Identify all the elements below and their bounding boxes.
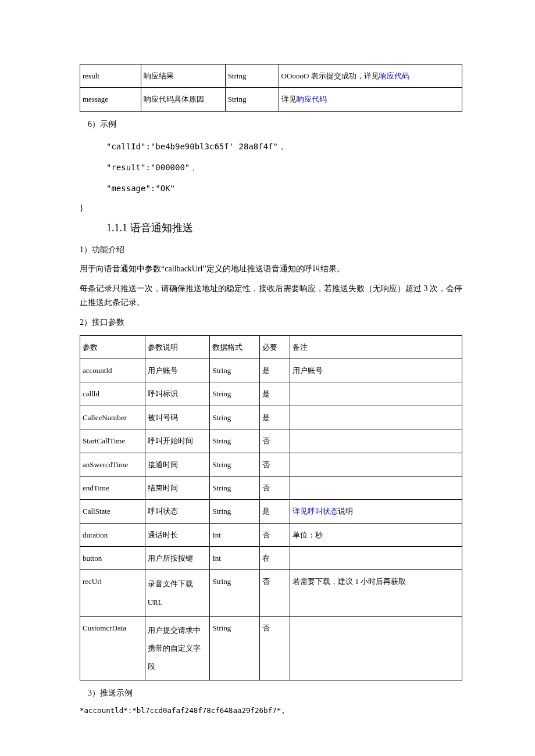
paragraph: 用于向语音通知中参数“callbackUrl”定义的地址推送语音通知的呼叫结果。 (80, 262, 462, 276)
paragraph: 每条记录只推送一次，请确保推送地址的稳定性，接收后需要响应，若推送失败（无响应）… (80, 282, 462, 310)
table-row: duration通话时长Int否单位：秒 (80, 523, 462, 546)
cell-desc: 响应结果 (141, 65, 226, 88)
table-row: button用户所按按键Int在 (80, 547, 462, 570)
table-row: result 响应结果 String OOoooO 表示提交成功，详见响应代码 (80, 65, 462, 88)
call-state-link[interactable]: 详见呼叫状态 (293, 507, 338, 515)
example-label: 6）示例 (88, 117, 462, 131)
code-close: } (80, 203, 462, 213)
table-row: message 响应代码具体原因 String 详见响应代码 (80, 88, 462, 111)
document-page: result 响应结果 String OOoooO 表示提交成功，详见响应代码 … (0, 0, 535, 750)
cell-note: OOoooO 表示提交成功，详见响应代码 (279, 65, 462, 88)
subheading: 1）功能介绍 (80, 243, 462, 257)
col-param: 参数 (80, 335, 145, 359)
table-row: CustomcrData用户提交请求中携带的自定义字段String否 (80, 616, 462, 680)
cell-param: message (80, 88, 141, 111)
cell-desc: 响应代码具体原因 (141, 88, 226, 111)
cell-fmt: String (225, 88, 279, 111)
col-desc: 参数说明 (145, 335, 210, 359)
section-heading: 1.1.1 语音通知推送 (106, 221, 462, 235)
table-row: CalleeNumber被叫号码String是 (80, 406, 462, 429)
params-table: 参数 参数说明 数据格式 必要 备注 accountld用户账号String是用… (80, 335, 462, 681)
code-line: "callId":"be4b9e90bl3c65f' 28a8f4f"， (106, 142, 462, 152)
code-line: "message":"OK" (106, 184, 462, 193)
code-line: "result":"000000"， (106, 163, 462, 173)
table-row: StartCallTime呼叫开始时间String否 (80, 429, 462, 453)
push-example-label: 3）推送示例 (88, 686, 462, 700)
table-row: recUrl录音文件下载 URLString否若需要下载，建议 1 小时后再获取 (80, 570, 462, 616)
response-code-link[interactable]: 响应代码 (379, 71, 409, 80)
table-row: anSwercdTime接通时间String否 (80, 453, 462, 476)
table-header-row: 参数 参数说明 数据格式 必要 备注 (80, 335, 462, 359)
cell-param: result (80, 65, 141, 88)
response-table: result 响应结果 String OOoooO 表示提交成功，详见响应代码 … (80, 64, 462, 112)
push-example: *accountld*:*bl7ccd0afaf248f78cf648aa29f… (80, 706, 462, 715)
cell-note: 详见响应代码 (279, 88, 462, 111)
col-note: 备注 (290, 335, 462, 359)
response-code-link[interactable]: 响应代码 (297, 95, 327, 103)
cell-fmt: String (225, 65, 279, 88)
col-req: 必要 (259, 335, 290, 359)
table-row: endTime结束时间String否 (80, 476, 462, 499)
table-row: CallState呼叫状态String是详见呼叫状态说明 (80, 500, 462, 523)
table-row: callld呼叫标识String是 (80, 382, 462, 406)
col-fmt: 数据格式 (210, 335, 259, 359)
table-row: accountld用户账号String是用户账号 (80, 359, 462, 382)
subheading: 2）接口参数 (80, 316, 462, 329)
